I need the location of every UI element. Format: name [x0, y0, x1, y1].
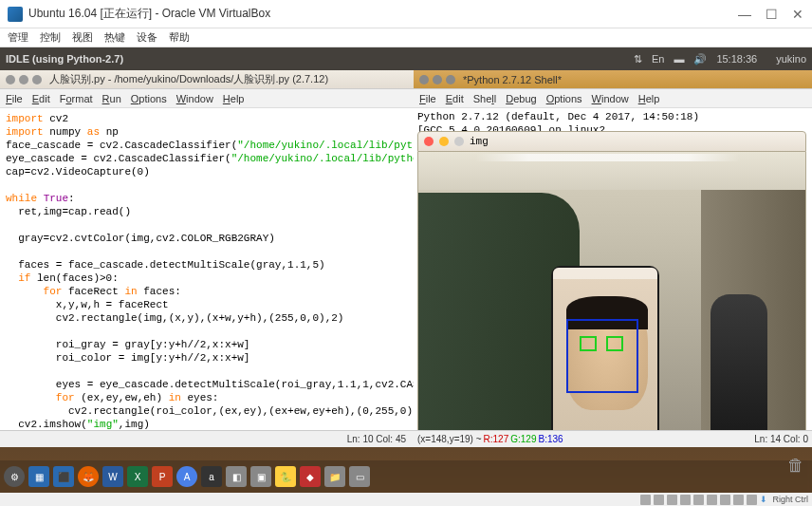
editor-titlebar[interactable]: 人脸识别.py - /home/yukino/Downloads/人脸识别.py…	[0, 70, 414, 89]
editor-menubar: File Edit Format Run Options Window Help	[0, 89, 414, 108]
shell-menu-edit[interactable]: Edit	[446, 93, 464, 104]
shell-title: *Python 2.7.12 Shell*	[463, 74, 562, 85]
editor-menu-window[interactable]: Window	[176, 93, 213, 104]
app-icon-2[interactable]: ◧	[226, 466, 247, 487]
eye-detection-box-left	[580, 336, 597, 351]
shell-min-dot[interactable]	[433, 75, 442, 84]
ubuntu-topbar: IDLE (using Python-2.7) ⇅ En ▬ 🔊 15:18:3…	[0, 47, 812, 70]
vbox-audio-icon[interactable]	[720, 495, 730, 505]
shell-zoom-dot[interactable]	[446, 75, 455, 84]
pixel-coords: (x=148,y=19) ~	[417, 434, 482, 444]
virtualbox-menubar: 管理 控制 视图 热键 设备 帮助	[0, 28, 812, 47]
workspace: 人脸识别.py - /home/yukino/Downloads/人脸识别.py…	[0, 70, 812, 447]
vbox-menu-control[interactable]: 控制	[40, 30, 61, 45]
opencv-img-window[interactable]: img	[417, 131, 806, 430]
powerpoint-icon[interactable]: P	[152, 466, 173, 487]
app-icon-5[interactable]: ▭	[349, 466, 370, 487]
maximize-button[interactable]: ☐	[765, 8, 778, 21]
battery-icon[interactable]: ▬	[674, 53, 684, 65]
virtualbox-titlebar: Ubuntu 16.04 [正在运行] - Oracle VM VirtualB…	[0, 0, 812, 28]
excel-icon[interactable]: X	[127, 466, 148, 487]
clock[interactable]: 15:18:36	[716, 53, 757, 65]
rgb-g-value: G:129	[510, 434, 536, 444]
vbox-usb-icon[interactable]	[667, 495, 677, 505]
virtualbox-statusbar: ⬇ Right Ctrl	[0, 493, 812, 506]
amazon-icon[interactable]: a	[201, 466, 222, 487]
user-name[interactable]: yukino	[776, 53, 806, 65]
shell-close-dot[interactable]	[419, 75, 429, 84]
editor-menu-run[interactable]: Run	[102, 93, 121, 104]
shell-menu-debug[interactable]: Debug	[506, 93, 536, 104]
shell-menubar: File Edit Shell Debug Options Window Hel…	[414, 89, 812, 108]
editor-cursor-position: Ln: 10 Col: 45	[347, 434, 406, 444]
vbox-hostkey: Right Ctrl	[772, 495, 808, 504]
store-icon[interactable]: A	[176, 466, 197, 487]
language-indicator[interactable]: En	[652, 53, 664, 65]
vbox-menu-help[interactable]: 帮助	[169, 30, 190, 45]
arrows-icon[interactable]: ⇅	[634, 53, 642, 66]
editor-menu-edit[interactable]: Edit	[32, 93, 50, 104]
shell-statusbar: (x=148,y=19) ~ R:127 G:129 B:136 Ln: 14 …	[414, 430, 812, 447]
volume-icon[interactable]: 🔊	[693, 53, 707, 66]
vbox-menu-view[interactable]: 视图	[72, 30, 93, 45]
code-editor[interactable]: import cv2 import numpy as np face_casca…	[0, 108, 414, 430]
shell-menu-options[interactable]: Options	[546, 93, 582, 104]
camera-feed	[417, 152, 806, 430]
app-icon-1[interactable]: ⬛	[53, 466, 74, 487]
python-icon[interactable]: 🐍	[275, 466, 296, 487]
trash-icon[interactable]: 🗑	[787, 456, 804, 476]
app-icon-3[interactable]: ▣	[250, 466, 271, 487]
vbox-menu-devices[interactable]: 设备	[137, 30, 157, 45]
editor-menu-options[interactable]: Options	[131, 93, 167, 104]
img-close-dot[interactable]	[424, 137, 434, 146]
editor-title: 人脸识别.py - /home/yukino/Downloads/人脸识别.py…	[49, 72, 328, 86]
vbox-net-icon[interactable]	[707, 495, 717, 505]
rgb-b-value: B:136	[538, 434, 563, 444]
firefox-icon[interactable]: 🦊	[78, 466, 99, 487]
minimize-button[interactable]: —	[738, 8, 751, 21]
vbox-rec-icon[interactable]	[747, 495, 757, 505]
background-person	[710, 294, 767, 430]
vbox-clipboard-icon[interactable]	[733, 495, 744, 505]
ubuntu-taskbar: ⚙ ▦ ⬛ 🦊 W X P A a ◧ ▣ 🐍 ◆ 📁 ▭ 🗑	[0, 460, 812, 493]
vbox-mouse-icon: ⬇	[760, 495, 769, 504]
rgb-r-value: R:127	[484, 434, 509, 444]
zoom-dot[interactable]	[32, 75, 42, 84]
vbox-optical-icon[interactable]	[654, 495, 664, 505]
shell-menu-shell[interactable]: Shell	[473, 93, 496, 104]
minimize-dot[interactable]	[19, 75, 28, 84]
close-button[interactable]: ✕	[791, 8, 804, 21]
eye-detection-box-right	[606, 336, 623, 351]
face-detection-box	[566, 319, 638, 393]
shell-line1: Python 2.7.12 (default, Dec 4 2017, 14:5…	[417, 110, 808, 123]
editor-menu-file[interactable]: File	[6, 93, 23, 104]
files-icon[interactable]: ▦	[28, 466, 49, 487]
room-background	[418, 152, 805, 430]
vbox-disk-icon[interactable]	[640, 495, 651, 505]
settings-icon[interactable]: ⚙	[4, 466, 25, 487]
virtualbox-icon	[8, 7, 23, 22]
vbox-display-icon[interactable]	[693, 495, 704, 505]
vbox-menu-hotkeys[interactable]: 热键	[104, 30, 125, 45]
app-icon-4[interactable]: ◆	[300, 466, 321, 487]
img-window-title: img	[470, 135, 489, 148]
img-window-titlebar[interactable]: img	[417, 131, 806, 152]
img-zoom-dot[interactable]	[454, 137, 464, 146]
ceiling-lights	[475, 154, 741, 161]
shell-titlebar[interactable]: *Python 2.7.12 Shell*	[414, 70, 812, 89]
img-min-dot[interactable]	[439, 137, 449, 146]
vbox-shared-icon[interactable]	[680, 495, 691, 505]
shell-menu-help[interactable]: Help	[638, 93, 660, 104]
word-icon[interactable]: W	[102, 466, 123, 487]
shell-output[interactable]: Python 2.7.12 (default, Dec 4 2017, 14:5…	[414, 108, 812, 430]
vbox-menu-manage[interactable]: 管理	[8, 30, 28, 45]
editor-menu-help[interactable]: Help	[223, 93, 245, 104]
folder-icon[interactable]: 📁	[324, 466, 345, 487]
editor-statusbar: Ln: 10 Col: 45	[0, 430, 414, 447]
shell-menu-window[interactable]: Window	[592, 93, 629, 104]
ubuntu-app-title: IDLE (using Python-2.7)	[6, 53, 634, 65]
shell-cursor-position: Ln: 14 Col: 0	[754, 434, 808, 444]
close-dot[interactable]	[6, 75, 15, 84]
shell-menu-file[interactable]: File	[419, 93, 436, 104]
editor-menu-format[interactable]: Format	[60, 93, 93, 104]
